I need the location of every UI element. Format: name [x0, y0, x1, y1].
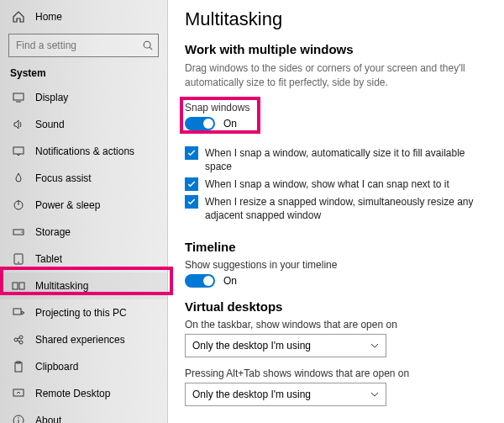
snap-windows-toggle[interactable]	[185, 117, 215, 130]
shared-experiences-icon	[12, 333, 25, 346]
home-icon	[12, 10, 25, 24]
timeline-toggle[interactable]	[185, 274, 215, 288]
sidebar-item-shared-experiences[interactable]: Shared experiences	[0, 326, 167, 353]
checkbox-label: When I resize a snapped window, simultan…	[205, 195, 487, 222]
settings-sidebar: Home System Display Sound Notifications …	[0, 0, 168, 423]
vd-alttab-dropdown[interactable]: Only the desktop I'm using	[185, 383, 386, 406]
checkbox-checked-icon	[185, 146, 198, 160]
chevron-down-icon	[370, 341, 379, 350]
svg-rect-12	[19, 283, 24, 289]
nav-label: About	[35, 415, 61, 423]
focus-assist-icon	[12, 172, 25, 185]
nav-label: Power & sleep	[35, 199, 100, 211]
multitasking-icon	[12, 279, 25, 293]
snap-windows-state: On	[223, 118, 237, 130]
timeline-state: On	[223, 275, 237, 287]
section-virtual-desktops-title: Virtual desktops	[185, 299, 496, 314]
vd-taskbar-dropdown[interactable]: Only the desktop I'm using	[185, 334, 386, 357]
sidebar-item-multitasking[interactable]: Multitasking	[0, 272, 167, 299]
sidebar-item-power-sleep[interactable]: Power & sleep	[0, 192, 167, 219]
search-icon	[142, 40, 154, 51]
storage-icon	[12, 225, 25, 239]
nav-label: Tablet	[35, 253, 62, 265]
dropdown-value: Only the desktop I'm using	[192, 389, 311, 400]
sidebar-item-remote-desktop[interactable]: Remote Desktop	[0, 380, 167, 407]
section-windows-desc: Drag windows to the sides or corners of …	[185, 61, 487, 90]
clipboard-icon	[12, 360, 25, 373]
tablet-icon	[12, 252, 25, 266]
notifications-icon	[12, 145, 25, 158]
nav-label: Storage	[35, 226, 71, 238]
projecting-icon	[12, 306, 25, 320]
svg-rect-4	[13, 147, 24, 154]
page-title: Multitasking	[185, 8, 496, 30]
svg-line-17	[18, 338, 20, 340]
sidebar-item-clipboard[interactable]: Clipboard	[0, 353, 167, 380]
sidebar-item-focus-assist[interactable]: Focus assist	[0, 165, 167, 192]
sidebar-item-storage[interactable]: Storage	[0, 219, 167, 246]
about-icon	[12, 414, 25, 423]
search-input[interactable]	[8, 34, 159, 57]
svg-rect-11	[13, 283, 18, 289]
sidebar-item-display[interactable]: Display	[0, 84, 167, 111]
nav-label: Focus assist	[35, 172, 92, 184]
snap-opt-autosize[interactable]: When I snap a window, automatically size…	[185, 146, 487, 173]
sidebar-item-sound[interactable]: Sound	[0, 111, 167, 138]
svg-line-18	[18, 341, 20, 342]
nav-label: Remote Desktop	[35, 388, 110, 399]
display-icon	[12, 91, 25, 104]
main-content: Multitasking Work with multiple windows …	[168, 0, 504, 423]
nav-label: Notifications & actions	[35, 145, 134, 157]
nav-label: Clipboard	[35, 361, 78, 373]
snap-opt-show-next[interactable]: When I snap a window, show what I can sn…	[185, 177, 487, 191]
sidebar-item-tablet[interactable]: Tablet	[0, 246, 167, 272]
svg-point-8	[21, 231, 23, 233]
svg-point-24	[18, 417, 18, 418]
nav-label: Projecting to this PC	[35, 307, 127, 319]
nav-label: Sound	[35, 119, 65, 130]
nav-label: Display	[35, 92, 68, 103]
snap-windows-label: Snap windows	[185, 102, 249, 114]
remote-desktop-icon	[12, 387, 25, 400]
sidebar-section-label: System	[0, 64, 167, 84]
svg-point-16	[19, 341, 23, 344]
svg-line-1	[150, 47, 152, 50]
sidebar-item-about[interactable]: About	[0, 407, 167, 423]
snap-windows-setting: Snap windows On	[185, 100, 256, 142]
vd-taskbar-label: On the taskbar, show windows that are op…	[185, 319, 496, 330]
svg-point-15	[19, 336, 23, 339]
svg-point-0	[144, 41, 150, 48]
checkbox-label: When I snap a window, show what I can sn…	[205, 177, 449, 191]
sidebar-item-notifications[interactable]: Notifications & actions	[0, 138, 167, 165]
svg-rect-2	[13, 93, 24, 100]
svg-rect-19	[15, 362, 22, 372]
search-field[interactable]	[16, 40, 142, 51]
svg-rect-21	[13, 389, 24, 396]
sidebar-home-label: Home	[35, 11, 62, 23]
svg-rect-13	[13, 309, 21, 315]
checkbox-checked-icon	[185, 177, 198, 191]
checkbox-label: When I snap a window, automatically size…	[205, 146, 487, 173]
snap-opt-resize-adjacent[interactable]: When I resize a snapped window, simultan…	[185, 195, 487, 222]
nav-label: Shared experiences	[35, 334, 125, 346]
sidebar-home[interactable]: Home	[0, 5, 167, 29]
checkbox-checked-icon	[185, 195, 198, 209]
sidebar-item-projecting[interactable]: Projecting to this PC	[0, 299, 167, 326]
dropdown-value: Only the desktop I'm using	[192, 340, 311, 352]
sound-icon	[12, 118, 25, 131]
nav-label: Multitasking	[35, 280, 88, 292]
power-icon	[12, 198, 25, 212]
section-windows-title: Work with multiple windows	[185, 42, 496, 56]
section-timeline-title: Timeline	[185, 240, 496, 254]
timeline-label: Show suggestions in your timeline	[185, 259, 496, 271]
chevron-down-icon	[370, 390, 379, 399]
vd-alttab-label: Pressing Alt+Tab shows windows that are …	[185, 367, 496, 379]
